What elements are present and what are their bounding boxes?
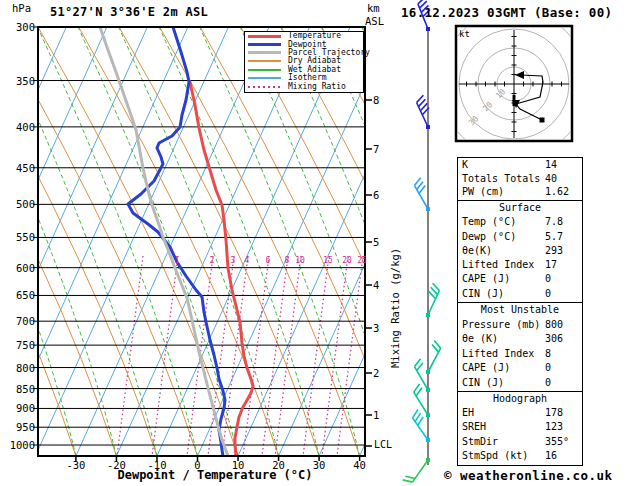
km-tick-label: 8 [373, 94, 379, 106]
row-label: Lifted Index [462, 258, 534, 272]
temp-tick-label: -30 [60, 459, 92, 471]
row-label: StmDir [462, 435, 498, 449]
mixing-ratio-label: 10 [292, 256, 308, 265]
row-value: 178 [545, 406, 563, 420]
legend-label: Temperature [288, 32, 341, 40]
km-tick-label: 1 [373, 409, 379, 421]
row-label: Lifted Index [462, 347, 534, 362]
km-tick-label: 6 [373, 189, 379, 201]
pressure-tick-label: 800 [2, 362, 35, 374]
table-row: Lifted Index17 [458, 258, 582, 272]
footer-credit: © weatheronline.co.uk [444, 468, 613, 483]
table-surface: SurfaceTemp (°C)7.8Dewp (°C)5.7θe(K)293L… [457, 200, 583, 304]
km-tick-label: 5 [373, 236, 379, 248]
wind-barb-dot [426, 27, 430, 31]
pressure-tick-label: 400 [2, 121, 35, 133]
row-value: 800 [545, 318, 563, 333]
table-row: Totals Totals40 [458, 172, 582, 186]
table-header: Most Unstable [458, 303, 582, 318]
row-value: 293 [545, 244, 563, 258]
parcel_trajectory-trace [100, 27, 228, 456]
temp-tick-label: 40 [344, 459, 376, 471]
wind-barb-dot [426, 313, 430, 317]
mixing-ratio-line [322, 256, 348, 456]
row-label: θe(K) [462, 244, 492, 258]
mixing-ratio-label: 4 [239, 256, 255, 265]
row-value: 306 [545, 332, 563, 347]
temp-tick-label: -10 [141, 459, 173, 471]
table-row: CIN (J)0 [458, 376, 582, 391]
table-row: Lifted Index8 [458, 347, 582, 362]
table-row: SREH123 [458, 420, 582, 434]
wind-barb-tick [415, 413, 420, 421]
legend-swatch-mixing-ratio [248, 86, 281, 88]
pressure-tick-label: 950 [2, 421, 35, 433]
pressure-tick-label: 700 [2, 315, 35, 327]
pressure-tick-label: 750 [2, 339, 35, 351]
row-label: CAPE (J) [462, 361, 510, 376]
wet-adiabat-line [78, 27, 238, 456]
table-row: StmSpd (kt)16 [458, 449, 582, 463]
temp-tick-label: -20 [100, 459, 132, 471]
legend-swatch-parcel-trajectory [248, 51, 281, 54]
wind-barb [403, 458, 430, 482]
legend-label: Mixing Ratio [288, 83, 346, 91]
table-header: Hodograph [458, 392, 582, 406]
mixing-ratio-line [243, 256, 269, 456]
row-label: PW (cm) [462, 185, 504, 199]
km-tick-label: 3 [373, 322, 379, 334]
pressure-tick-label: 450 [2, 162, 35, 174]
wet-adiabat-line [38, 27, 198, 456]
row-value: 8 [545, 347, 551, 362]
pressure-tick-label: 350 [2, 75, 35, 87]
wind-barb-dot [426, 413, 430, 417]
wind-barb-tick [403, 480, 413, 482]
row-label: Pressure (mb) [462, 318, 540, 333]
pressure-tick-label: 500 [2, 198, 35, 210]
mixing-ratio-label: 2 [204, 256, 220, 265]
row-value: 123 [545, 420, 563, 434]
table-hodograph: HodographEH178SREH123StmDir355°StmSpd (k… [457, 391, 583, 466]
hodograph-start-marker [540, 118, 545, 123]
pressure-tick-label: 550 [2, 231, 35, 243]
pressure-tick-label: 600 [2, 262, 35, 274]
row-value: 0 [545, 376, 551, 391]
row-label: Dewp (°C) [462, 230, 516, 244]
mixing-ratio-label: 25 [354, 256, 370, 265]
row-label: CIN (J) [462, 287, 504, 301]
table-row: Dewp (°C)5.7 [458, 230, 582, 244]
row-value: 14 [545, 158, 557, 172]
km-tick-label: 2 [373, 367, 379, 379]
mixing-axis-label: Mixing Ratio (g/kg) [389, 248, 401, 368]
legend-item: Mixing Ratio [245, 82, 363, 90]
row-value: 5.7 [545, 230, 563, 244]
row-value: 40 [545, 172, 557, 186]
legend-swatch-dry-adiabat [248, 60, 281, 62]
table-row: CAPE (J)0 [458, 272, 582, 286]
wind-barb-tick [416, 388, 422, 396]
mixing-ratio-line [275, 256, 301, 456]
pressure-tick-label: 850 [2, 383, 35, 395]
asl-unit-label: ASL [365, 15, 384, 27]
pressure-unit-label: hPa [12, 2, 31, 14]
table-row: Temp (°C)7.8 [458, 215, 582, 229]
wind-barb-dot [426, 370, 430, 374]
datetime-title: 16.12.2023 03GMT (Base: 00) [401, 5, 612, 20]
row-label: θe (K) [462, 332, 498, 347]
row-label: SREH [462, 420, 486, 434]
row-label: EH [462, 406, 474, 420]
row-label: K [462, 158, 468, 172]
table-header: Surface [458, 201, 582, 215]
wind-barb-dot [426, 438, 430, 442]
pressure-tick-label: 650 [2, 289, 35, 301]
wind-barb-tick [405, 476, 415, 478]
row-label: CAPE (J) [462, 272, 510, 286]
isotherm-line [76, 27, 269, 456]
table-row: CIN (J)0 [458, 287, 582, 301]
row-value: 17 [545, 258, 557, 272]
table-indices: K14Totals Totals40PW (cm)1.62 [457, 157, 583, 202]
isotherm-line [35, 27, 228, 456]
wind-barb-dot [426, 388, 430, 392]
mixing-ratio-label: 15 [320, 256, 336, 265]
legend: TemperatureDewpointParcel TrajectoryDry … [244, 31, 364, 93]
